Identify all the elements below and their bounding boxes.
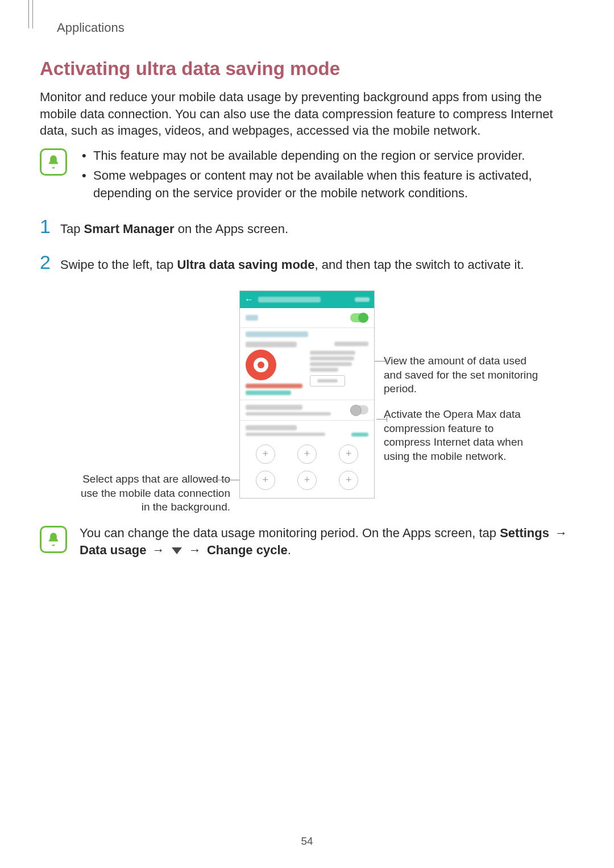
- data-usage-bold: Data usage: [80, 543, 146, 557]
- step-bold: Smart Manager: [84, 222, 175, 236]
- label-blurred: [351, 433, 368, 437]
- step-text: Swipe to the left, tap Ultra data saving…: [60, 256, 524, 273]
- note-item: Some webpages or content may not be avai…: [80, 167, 574, 202]
- step-pre: Tap: [60, 222, 84, 236]
- add-app-button[interactable]: +: [339, 471, 358, 490]
- label-blurred: [310, 356, 354, 360]
- step-pre: Swipe to the left, tap: [60, 258, 177, 272]
- label-blurred: [246, 433, 325, 436]
- usage-donut-chart: [246, 350, 276, 380]
- label-blurred: [246, 412, 331, 416]
- connector-tick: [387, 358, 387, 364]
- callout-data-usage: View the amount of data used and saved f…: [384, 354, 543, 396]
- callouts-right: View the amount of data used and saved f…: [375, 290, 543, 475]
- app-exceptions-panel: [240, 421, 374, 438]
- note-availability: This feature may not be available depend…: [40, 147, 574, 204]
- more-blurred: [355, 297, 370, 302]
- app-exceptions-grid: + + + + + +: [240, 438, 374, 498]
- screen-title-blurred: [258, 297, 321, 302]
- label-blurred: [310, 368, 338, 372]
- step-text: Tap Smart Manager on the Apps screen.: [60, 221, 288, 238]
- label-blurred: [246, 391, 291, 395]
- step-number: 2: [40, 252, 60, 272]
- connector-tick: [205, 477, 205, 483]
- add-app-button[interactable]: +: [297, 445, 317, 464]
- data-compression-row: [240, 400, 374, 421]
- note-pre: You can change the data usage monitoring…: [80, 526, 500, 540]
- note-change-cycle: You can change the data usage monitoring…: [40, 525, 574, 558]
- figure: Select apps that are allowed to use the …: [40, 290, 574, 514]
- back-icon[interactable]: ←: [244, 294, 254, 305]
- label-blurred: [317, 379, 338, 383]
- label-blurred: [246, 331, 308, 337]
- label-blurred: [246, 342, 297, 347]
- add-app-button[interactable]: +: [339, 445, 358, 464]
- page-content: Applications Activating ultra data savin…: [0, 0, 614, 558]
- label-blurred: [246, 315, 258, 321]
- arrow-icon: →: [150, 543, 167, 557]
- add-app-button[interactable]: +: [297, 471, 317, 490]
- label-blurred: [310, 351, 355, 355]
- step-1: 1 Tap Smart Manager on the Apps screen.: [40, 217, 574, 238]
- arrow-icon: →: [186, 543, 204, 557]
- section-heading: Activating ultra data saving mode: [40, 58, 574, 80]
- note-list: This feature may not be available depend…: [80, 147, 574, 204]
- data-usage-panel: [240, 328, 374, 400]
- bell-icon: [40, 526, 67, 553]
- compression-toggle[interactable]: [350, 405, 368, 414]
- step-post: on the Apps screen.: [175, 222, 289, 236]
- connector-line: [376, 419, 387, 420]
- phone-header: ←: [240, 291, 374, 308]
- master-toggle-row: [240, 308, 374, 328]
- details-button[interactable]: [310, 375, 345, 387]
- intro-paragraph: Monitor and reduce your mobile data usag…: [40, 89, 574, 139]
- step-2: 2 Swipe to the left, tap Ultra data savi…: [40, 252, 574, 273]
- page-number: 54: [0, 835, 614, 848]
- phone-screenshot: ←: [239, 290, 375, 499]
- note-suffix: .: [288, 543, 291, 557]
- steps: 1 Tap Smart Manager on the Apps screen. …: [40, 217, 574, 273]
- step-bold: Ultra data saving mode: [177, 258, 314, 272]
- label-blurred: [246, 405, 302, 410]
- arrow-icon: →: [553, 526, 570, 540]
- header-tab-decoration: [28, 0, 33, 28]
- settings-bold: Settings: [500, 526, 549, 540]
- breadcrumb: Applications: [57, 20, 574, 35]
- add-app-button[interactable]: +: [256, 445, 275, 464]
- note-text: You can change the data usage monitoring…: [80, 525, 574, 558]
- callout-compression: Activate the Opera Max data compression …: [384, 408, 543, 464]
- label-blurred: [310, 362, 352, 366]
- note-item: This feature may not be available depend…: [80, 147, 574, 165]
- label-blurred: [334, 342, 368, 346]
- master-toggle[interactable]: [350, 313, 368, 322]
- step-post: , and then tap the switch to activate it…: [315, 258, 524, 272]
- change-cycle-bold: Change cycle: [207, 543, 288, 557]
- add-app-button[interactable]: +: [256, 471, 275, 490]
- label-blurred: [246, 384, 302, 388]
- connector-tick: [387, 416, 387, 422]
- bell-icon: [40, 148, 67, 176]
- callout-left: Select apps that are allowed to use the …: [71, 472, 239, 514]
- step-number: 1: [40, 217, 60, 236]
- dropdown-icon: [172, 547, 182, 554]
- label-blurred: [246, 425, 297, 430]
